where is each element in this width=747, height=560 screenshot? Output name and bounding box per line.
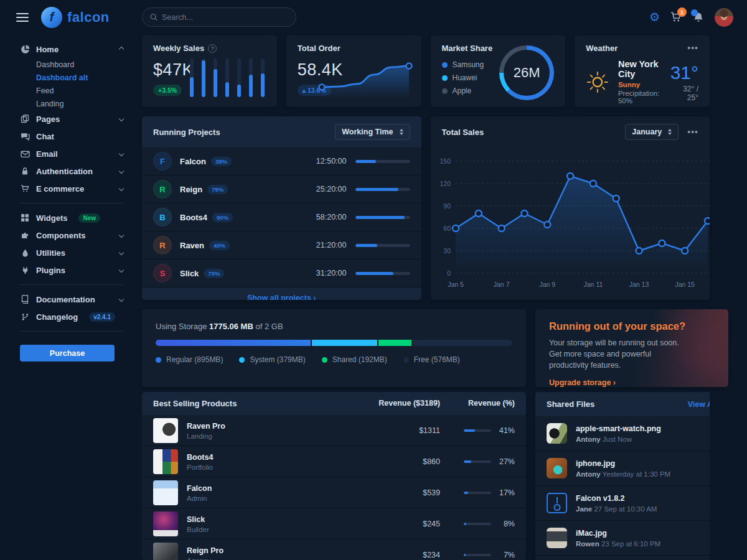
project-name[interactable]: Boots4: [180, 213, 207, 222]
project-name[interactable]: Falcon: [180, 157, 206, 166]
file-name[interactable]: iphone.jpg: [576, 459, 615, 468]
sidebar-item-utilities[interactable]: Utilities: [20, 244, 123, 261]
revenue-progress-bar: [464, 523, 491, 525]
legend-dot: [239, 357, 245, 363]
file-meta: Antony Just Now: [576, 436, 661, 443]
top-navbar: f falcon ⚙ 1: [0, 0, 747, 34]
working-time-select[interactable]: Working Time: [335, 124, 410, 140]
sidebar-item-components[interactable]: Components: [20, 226, 123, 244]
settings-button[interactable]: ⚙: [649, 11, 660, 23]
show-all-projects-link[interactable]: Show all projects ›: [142, 287, 421, 300]
gear-icon: ⚙: [649, 11, 660, 23]
project-time: 58:20:00: [316, 213, 347, 222]
project-row: F Falcon 38% 12:50:00: [142, 147, 421, 175]
sidebar-item-changelog[interactable]: Changelog v2.4.1: [20, 308, 123, 325]
project-percent-badge: 79%: [207, 185, 228, 194]
storage-segment: [378, 340, 411, 346]
search-box[interactable]: [142, 7, 296, 27]
purchase-button[interactable]: Purchase: [20, 345, 115, 362]
sidebar-item-documentation[interactable]: Documentation: [20, 291, 123, 308]
project-name[interactable]: Reign: [180, 185, 202, 194]
sidebar: Home Dashboard Dashboard alt Feed Landin…: [0, 34, 142, 560]
sidebar-label: Chat: [36, 132, 54, 141]
sidebar-item-landing[interactable]: Landing: [36, 97, 123, 110]
svg-text:Jan 9: Jan 9: [539, 281, 555, 288]
legend-dot: [442, 75, 448, 81]
product-name[interactable]: Reign Pro: [187, 546, 223, 555]
notifications-button[interactable]: [693, 12, 704, 23]
project-percent-badge: 70%: [204, 269, 224, 278]
upgrade-storage-link[interactable]: Upgrade storage ›: [549, 378, 616, 387]
project-time: 31:20:00: [316, 269, 347, 278]
sidebar-label: Documentation: [36, 295, 95, 304]
svg-text:120: 120: [439, 180, 451, 187]
sidebar-item-home[interactable]: Home: [20, 40, 123, 58]
sidebar-item-dashboard[interactable]: Dashboard: [36, 58, 123, 71]
project-name[interactable]: Raven: [180, 241, 204, 250]
help-icon[interactable]: ?: [208, 44, 217, 53]
sidebar-label: Widgets: [36, 213, 67, 223]
copy-icon: [20, 114, 30, 123]
product-name[interactable]: Raven Pro: [187, 422, 225, 431]
shared-files-card: Shared Files View All apple-smart-watch.…: [535, 392, 710, 560]
product-percent: 8%: [497, 520, 515, 528]
file-row: iphone.jpg Antony Yesterday at 1:30 PM: [535, 451, 710, 486]
storage-segment: [312, 340, 377, 346]
file-name[interactable]: apple-smart-watch.png: [576, 424, 661, 433]
product-revenue: $245: [378, 520, 440, 528]
project-name[interactable]: Slick: [180, 269, 199, 278]
project-progress-bar: [355, 188, 410, 191]
storage-segment: [413, 340, 512, 346]
sidebar-item-dashboard-alt[interactable]: Dashboard alt: [36, 71, 123, 84]
product-category: Agency: [187, 557, 223, 560]
project-avatar: F: [153, 152, 172, 170]
running-projects-card: Running Projects Working Time F Falcon 3…: [142, 116, 421, 300]
bar: [249, 58, 253, 97]
user-avatar[interactable]: [715, 8, 733, 27]
project-progress-bar: [355, 160, 410, 163]
file-name[interactable]: Falcon v1.8.2: [576, 494, 625, 503]
legend-dot: [156, 357, 161, 363]
storage-progress-bar: [156, 340, 512, 346]
brand-logo[interactable]: f falcon: [41, 7, 110, 28]
project-time: 21:20:00: [316, 241, 347, 250]
sidebar-item-authentication[interactable]: Authentication: [20, 162, 123, 180]
weekly-sales-bar-chart: [190, 58, 265, 97]
market-share-donut-chart: 26M: [499, 45, 554, 100]
menu-toggle-icon[interactable]: [16, 11, 29, 24]
sidebar-item-feed[interactable]: Feed: [36, 84, 123, 97]
revenue-progress-bar: [464, 429, 491, 432]
view-all-link[interactable]: View All: [688, 400, 710, 409]
product-name[interactable]: Boots4: [187, 453, 213, 462]
product-name[interactable]: Falcon: [187, 484, 212, 493]
product-row: Falcon Admin $539 17%: [142, 477, 526, 508]
svg-text:150: 150: [439, 157, 451, 165]
more-menu-icon[interactable]: •••: [687, 130, 698, 134]
sidebar-item-chat[interactable]: Chat: [20, 128, 123, 145]
storage-legend: Regular (895MB) System (379MB) Shared (1…: [156, 355, 512, 364]
file-list: apple-smart-watch.png Antony Just Now ip…: [535, 416, 710, 556]
sidebar-item-email[interactable]: Email: [20, 145, 123, 162]
cart-button[interactable]: 1: [670, 11, 682, 23]
column-revenue-pct: Revenue (%): [440, 399, 515, 408]
storage-label: Using Storage 1775.06 MB of 2 GB: [156, 322, 512, 331]
search-input[interactable]: [162, 13, 288, 22]
shopping-cart-icon: [20, 184, 30, 194]
file-row: apple-smart-watch.png Antony Just Now: [535, 416, 710, 451]
file-name[interactable]: iMac.jpg: [576, 529, 607, 538]
sidebar-item-widgets[interactable]: Widgets New: [20, 209, 123, 226]
weather-range: 32° / 25°: [670, 85, 698, 102]
legend-dot: [403, 357, 409, 363]
more-menu-icon[interactable]: •••: [687, 46, 698, 50]
sidebar-label: Authentication: [36, 167, 93, 176]
sidebar-item-plugins[interactable]: Plugins: [20, 261, 123, 279]
card-title: Market Share: [442, 44, 493, 53]
sidebar-item-ecommerce[interactable]: E commerce: [20, 180, 123, 197]
sidebar-item-pages[interactable]: Pages: [20, 110, 123, 128]
product-name[interactable]: Slick: [187, 515, 205, 524]
chevron-down-icon: [119, 297, 124, 302]
chevron-down-icon: [119, 169, 124, 174]
month-select[interactable]: January: [625, 124, 679, 140]
file-thumbnail: [547, 423, 567, 444]
sidebar-label: Pages: [36, 114, 60, 124]
